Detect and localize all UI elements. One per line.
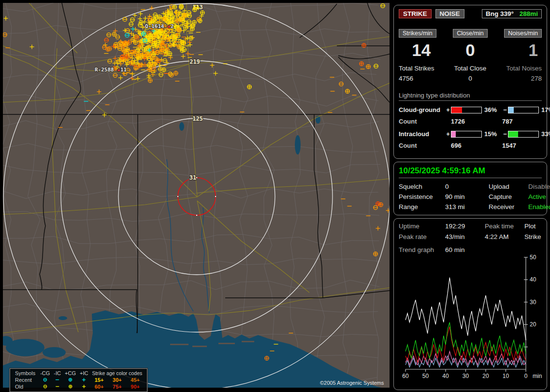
legend-age-code: 30+ [108, 377, 126, 383]
counter-header[interactable]: Noises/min [504, 29, 542, 38]
strike-symbol-cgp [139, 20, 143, 24]
app-window: { "panel": { "strike_btn": "STRIKE", "no… [0, 0, 550, 392]
trend-x-tick-label: 50 [422, 373, 429, 379]
map-canvas: 31125219313R-2588 +11Q-1614 +2 [3, 3, 390, 388]
counter-total-value: 278 [531, 75, 542, 82]
trend-x-tick-label: 20 [482, 373, 489, 379]
trend-y-tick-label: 50 [530, 254, 536, 261]
trend-series-pos-cloud-ground [405, 327, 526, 363]
distribution-count-row: Count6961547 [399, 142, 542, 149]
trend-graph-value: 60 min [445, 246, 542, 253]
map-legend: Symbols-CG-IC+CG+ICStrike age color code… [10, 368, 147, 392]
legend-age-code: 75+ [108, 383, 126, 390]
strike-symbol-cgp [201, 11, 204, 14]
rate-counter-column: Noises/min1Total Noises278 [497, 29, 542, 82]
strike-symbol-cgp [173, 5, 176, 9]
counter-header[interactable]: Close/min [453, 29, 488, 38]
plus-sign: + [445, 130, 451, 138]
bearing-indicator: Bng 339° 288mi [482, 9, 542, 18]
legend-age-code: 45+ [126, 377, 144, 383]
plot-value: Strike [524, 233, 542, 240]
strike-symbol-cgp [265, 356, 269, 360]
counter-value: 14 [412, 41, 431, 60]
legend-type-col: -IC [52, 370, 63, 377]
lightning-map[interactable]: 31125219313R-2588 +11Q-1614 +2 Symbols-C… [3, 3, 390, 388]
strike-button[interactable]: STRIKE [399, 9, 432, 18]
trend-x-unit: min [533, 373, 542, 379]
counter-value: 1 [529, 41, 542, 60]
counter-header[interactable]: Strikes/min [399, 29, 436, 38]
legend-symbols-header: Symbols [13, 370, 38, 377]
storm-cell-label: Q-1614 +2 [145, 23, 174, 29]
dist-label: Intracloud [399, 130, 445, 138]
legend-age-header: Strike age color codes [90, 370, 144, 377]
minus-icon: − [52, 377, 63, 383]
plus-icon: + [78, 377, 90, 383]
counter-total-label: Total Strikes [399, 65, 434, 72]
distribution-row: Intracloud+15%−33% [399, 130, 542, 138]
legend-age-code: 15+ [90, 377, 108, 383]
trend-series-neg-intracloud [405, 322, 526, 358]
setting-value: 90 min [445, 193, 489, 200]
plus-count: 696 [451, 142, 502, 149]
uptime-label: Uptime [399, 223, 445, 230]
strike-symbol-cgp [148, 68, 152, 71]
minus-bar [508, 107, 539, 113]
strike-symbol-cgp [374, 252, 377, 256]
ring-range-label: 219 [189, 58, 200, 65]
strike-symbol-cgp [198, 19, 202, 23]
strike-symbol-cgp [362, 43, 366, 47]
minus-count: 1547 [502, 142, 550, 149]
minus-percent: 17% [539, 106, 550, 113]
distribution-title: Lightning type distribution [399, 92, 542, 101]
strike-symbol-cgp [181, 41, 185, 44]
plus-percent: 15% [482, 130, 502, 138]
legend-age-code: 60+ [90, 383, 108, 390]
bearing-distance: 288mi [520, 10, 538, 17]
circle-minus-icon: ⊖ [38, 383, 52, 390]
minus-bar [508, 131, 539, 138]
minus-sign: − [502, 130, 508, 138]
plus-bar [451, 131, 482, 138]
uptime-value: 192:29 [445, 223, 485, 230]
distribution-rows: Cloud-ground+36%−17%Count1726787Intraclo… [399, 106, 542, 149]
strike-symbol-cgp [162, 68, 166, 71]
counter-total-value: 4756 [399, 75, 413, 82]
strike-symbol-cgp [346, 89, 349, 93]
circle-plus-icon: ⊕ [63, 377, 78, 383]
strike-symbol-cgp [148, 33, 152, 37]
minus-sign: − [502, 106, 508, 113]
ring-range-label: 31 [189, 174, 196, 181]
copyright-text: ©2005 Astrogenic Systems [320, 380, 384, 386]
strike-symbol-cgp [146, 45, 150, 49]
legend-type-col: +CG [63, 370, 78, 377]
counters-panel: STRIKE NOISE Bng 339° 288mi Strikes/min1… [393, 5, 547, 159]
plus-bar [451, 107, 482, 113]
strike-symbol-cgp [379, 203, 383, 207]
trend-y-tick-label: 20 [530, 321, 536, 328]
strike-symbol-cgp [120, 55, 124, 59]
strike-symbol-cgp [193, 8, 197, 12]
legend-row-label: Old [13, 383, 38, 390]
strike-symbol-cgp [176, 28, 180, 32]
trend-x-tick-label: 40 [442, 373, 449, 379]
setting-label: Persistence [399, 193, 445, 200]
peak-rate-label: Peak rate [399, 233, 445, 240]
trend-y-tick-label: 30 [530, 299, 536, 306]
counter-total-value: 0 [468, 75, 472, 82]
noise-button[interactable]: NOISE [435, 9, 464, 18]
trend-graph: 203040506050403020100min [399, 254, 543, 379]
setting-label: Capture [489, 193, 528, 200]
trend-x-tick-label: 0 [524, 373, 528, 379]
peak-time-label: Peak time [485, 223, 524, 230]
minus-count: 787 [502, 118, 550, 125]
status-panel: 10/25/2025 4:59:16 AM Squelch0UploadDisa… [393, 162, 547, 215]
trend-panel: Uptime 192:29 Peak time Plot Peak rate 4… [393, 218, 547, 390]
plus-percent: 36% [482, 106, 502, 113]
strike-symbol-cgp [174, 71, 178, 75]
trend-graph-label: Trend graph [399, 246, 445, 253]
strike-symbol-cgp [247, 85, 251, 89]
legend-type-col: +IC [78, 370, 90, 377]
strike-symbol-cgp [142, 32, 145, 36]
ring-range-label: 125 [192, 115, 203, 122]
